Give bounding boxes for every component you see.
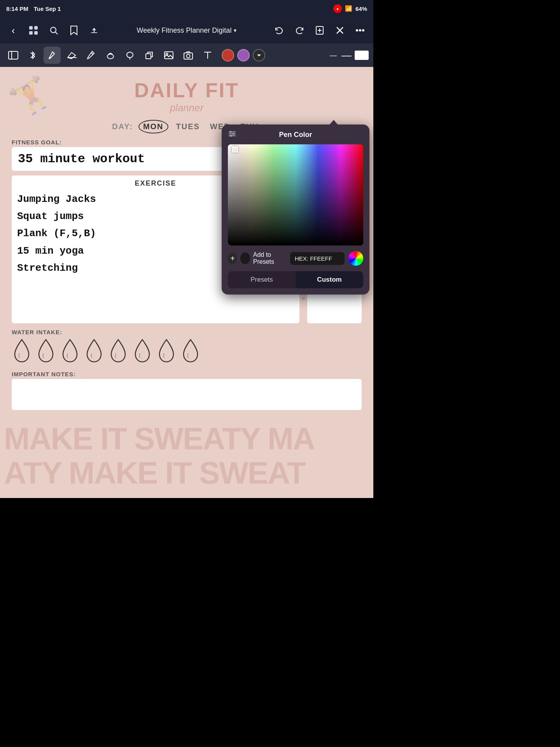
image-tool[interactable] [160,47,177,64]
pencil-tool[interactable] [82,47,100,64]
svg-line-19 [91,53,93,54]
status-bar: 8:14 PM Tue Sep 1 ● 📶 64% [0,0,373,17]
grid-button[interactable] [25,22,42,39]
color-gradient-canvas[interactable] [228,144,363,245]
svg-point-35 [230,135,232,137]
hex-label: HEX: [295,255,308,262]
bluetooth-tool[interactable] [24,47,41,64]
water-drop-4[interactable] [84,338,104,365]
add-to-presets-button[interactable]: + Add to Presets [228,251,286,265]
notes-label: IMPORTANT NOTES: [12,371,362,377]
color-picker-area[interactable] [228,144,363,245]
svg-point-13 [359,29,361,32]
svg-point-14 [362,29,364,32]
svg-rect-0 [29,26,33,30]
pen-tool[interactable] [44,47,61,64]
svg-point-20 [107,54,114,59]
notes-section: IMPORTANT NOTES: [12,371,362,410]
eraser-tool[interactable] [63,47,80,64]
undo-button[interactable] [271,22,288,39]
planner-title: DAILY FIT [12,79,362,102]
search-button[interactable] [45,22,62,39]
water-drop-1[interactable] [12,338,32,365]
hex-value: FFEEFF [310,255,332,262]
popup-title: Pen Color [279,131,312,139]
svg-rect-23 [146,54,151,59]
redo-button[interactable] [291,22,308,39]
white-color-button[interactable] [355,51,369,60]
date-display: Tue Sep 1 [34,5,61,12]
document-title[interactable]: Weekly Fitness Planner Digital ▾ [106,26,268,35]
svg-point-4 [51,27,56,33]
wifi-icon: 📶 [345,5,352,12]
back-button[interactable]: ‹ [5,22,22,39]
popup-header: Pen Color [228,131,363,139]
svg-rect-1 [34,26,38,30]
more-button[interactable] [352,22,369,39]
presets-tab[interactable]: Presets [228,271,296,288]
svg-point-34 [233,133,234,135]
water-drop-7[interactable] [156,338,177,365]
popup-controls-row: + Add to Presets HEX: FFEEFF [228,251,363,266]
thick-line-button[interactable]: — [340,49,353,61]
status-left: 8:14 PM Tue Sep 1 [6,5,61,12]
color-wheel-button[interactable] [348,251,363,266]
water-intake-label: WATER INTAKE: [12,329,362,335]
notes-box[interactable] [12,379,362,410]
pen-color-popup: Pen Color + Add to Presets HEX: FFEEFF P… [222,124,369,295]
popup-arrow [329,120,338,125]
thin-line-button[interactable]: — [328,51,338,60]
text-tool[interactable] [199,47,216,64]
water-intake-section: WATER INTAKE: [12,329,362,365]
dropdown-icon: ▾ [234,27,236,33]
lasso-tool[interactable] [121,47,138,64]
svg-rect-26 [184,53,192,59]
battery-icon: 64% [355,5,367,12]
svg-rect-3 [34,31,38,35]
red-swatch[interactable] [222,49,234,61]
top-toolbar: ‹ Weekly Fitness Planner Digital ▾ [0,17,373,44]
watermark-text: MAKE IT SWEATY MA ATY MAKE IT SWEAT [0,414,373,498]
divider-dot [302,297,305,300]
add-icon: + [228,253,237,264]
bookmark-button[interactable] [65,22,82,39]
canvas-area[interactable]: MAKE IT SWEATY MA ATY MAKE IT SWEAT 🏋 DA… [0,67,373,498]
transform-tool[interactable] [141,47,158,64]
hex-input[interactable]: HEX: FFEEFF [290,252,345,265]
water-drop-2[interactable] [36,338,56,365]
dark-color-swatch[interactable] [253,49,265,61]
svg-point-33 [230,131,232,133]
svg-point-12 [356,29,358,32]
water-drop-6[interactable] [132,338,152,365]
add-page-button[interactable] [311,22,328,39]
custom-tab[interactable]: Custom [296,271,363,288]
sliders-icon[interactable] [228,130,236,139]
status-right: ● 📶 64% [333,4,367,13]
line-tools: — — [328,49,369,61]
planner-subtitle: planner [12,102,362,114]
close-button[interactable] [331,22,348,39]
record-indicator: ● [333,4,342,13]
svg-rect-15 [9,51,18,59]
smudge-tool[interactable] [102,47,119,64]
current-color-preview [240,253,250,264]
svg-rect-2 [29,31,33,35]
svg-line-5 [56,32,58,35]
camera-tool[interactable] [180,47,197,64]
svg-point-27 [187,54,190,58]
add-preset-label: Add to Presets [253,251,286,265]
water-drop-8[interactable] [180,338,201,365]
time-display: 8:14 PM [6,5,28,12]
water-drop-3[interactable] [60,338,80,365]
purple-swatch[interactable] [237,49,250,61]
sidebar-toggle[interactable] [5,47,22,64]
svg-point-21 [127,52,133,58]
day-label: DAY: [112,122,133,131]
drawing-toolbar: — — [0,44,373,67]
planner-header: DAILY FIT planner [12,75,362,116]
day-mon[interactable]: MON [138,120,168,133]
water-drops-container [12,338,362,365]
day-tues[interactable]: TUES [174,121,202,132]
share-button[interactable] [86,22,103,39]
water-drop-5[interactable] [108,338,128,365]
